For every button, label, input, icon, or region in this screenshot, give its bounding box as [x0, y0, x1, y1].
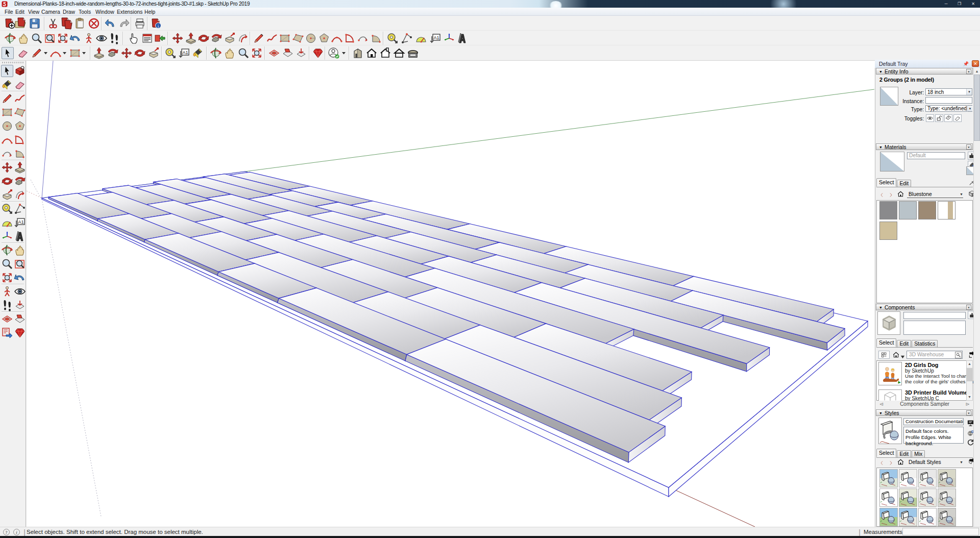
- svg-text:A1: A1: [18, 219, 23, 225]
- svg-text:A1: A1: [433, 35, 439, 40]
- svg-text:A1: A1: [182, 50, 188, 55]
